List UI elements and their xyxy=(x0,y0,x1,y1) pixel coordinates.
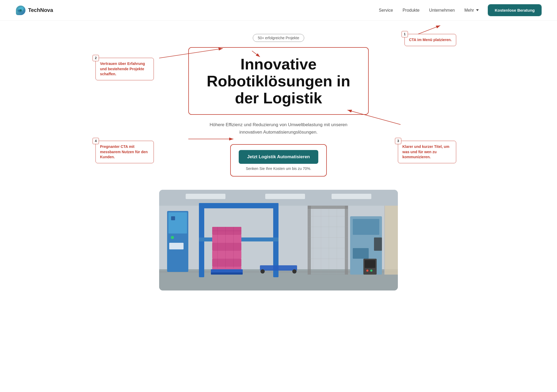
hero-subheadline: Höhere Effizienz und Reduzierung von Umw… xyxy=(210,121,347,135)
svg-rect-28 xyxy=(212,243,241,251)
svg-point-62 xyxy=(366,270,368,272)
annotation-2-text: Vertrauen über Erfahrung und bestehende … xyxy=(100,61,145,76)
svg-rect-14 xyxy=(332,194,371,199)
hero-badge: 50+ erfolgreiche Projekte xyxy=(253,34,304,42)
svg-rect-54 xyxy=(374,237,382,251)
svg-point-2 xyxy=(20,9,22,11)
svg-point-63 xyxy=(370,270,372,272)
annotation-3-number: 3 xyxy=(395,138,401,144)
logo-svg xyxy=(16,6,25,15)
svg-rect-19 xyxy=(171,216,175,220)
factory-illustration xyxy=(159,190,398,290)
svg-rect-61 xyxy=(365,260,375,268)
svg-rect-18 xyxy=(168,212,187,234)
annotation-1-text: CTA im Menü platzieren. xyxy=(409,38,452,42)
svg-rect-37 xyxy=(211,272,243,275)
nav-mehr[interactable]: Mehr xyxy=(464,8,479,13)
badge-area: 50+ erfolgreiche Projekte xyxy=(253,34,304,42)
factory-svg xyxy=(159,190,398,290)
svg-rect-23 xyxy=(199,203,278,208)
annotation-2-number: 2 xyxy=(93,55,99,61)
brand-name: TechNova xyxy=(28,7,53,13)
cta-box: Jetzt Logistik Automatisieren Senken Sie… xyxy=(230,144,327,177)
svg-point-59 xyxy=(292,269,297,274)
annotation-1-number: 1 xyxy=(402,31,408,37)
svg-rect-53 xyxy=(353,248,369,259)
chevron-down-icon xyxy=(476,9,479,11)
hero-content: 50+ erfolgreiche Projekte Innovative Rob… xyxy=(109,34,448,179)
svg-rect-29 xyxy=(212,251,241,259)
svg-rect-57 xyxy=(260,265,297,271)
annotation-4-number: 4 xyxy=(93,138,99,144)
annotation-4: 4 Pregnanter CTA mit messbarem Nutzen fü… xyxy=(95,141,154,163)
svg-rect-13 xyxy=(265,194,305,199)
nav-service[interactable]: Service xyxy=(379,8,393,13)
hero-headline: Innovative Robotiklösungen in der Logist… xyxy=(199,56,358,106)
svg-rect-38 xyxy=(308,206,311,275)
headline-box: Innovative Robotiklösungen in der Logist… xyxy=(188,47,369,115)
cta-sub-text: Senken Sie Ihre Kosten um bis zu 70%. xyxy=(239,166,318,171)
annotation-4-text: Pregnanter CTA mit messbarem Nutzen für … xyxy=(100,144,148,159)
svg-rect-55 xyxy=(385,206,398,275)
svg-rect-39 xyxy=(345,206,348,275)
nav-links: Service Produkte Unternehmen Mehr Kosten… xyxy=(379,5,541,16)
logo[interactable]: TechNova xyxy=(16,6,53,15)
annotation-3: 3 Klarer und kurzer Titel, um was und fü… xyxy=(398,141,456,163)
navbar: TechNova Service Produkte Unternehmen Me… xyxy=(0,0,557,21)
hero-cta-button[interactable]: Jetzt Logistik Automatisieren xyxy=(239,150,318,164)
hero-section: 1 CTA im Menü platzieren. 2 Vertrauen üb… xyxy=(93,21,464,190)
nav-cta-button[interactable]: Kostenlose Beratung xyxy=(488,5,541,16)
svg-rect-12 xyxy=(186,194,225,199)
annotation-1: 1 CTA im Menü platzieren. xyxy=(404,34,456,46)
svg-rect-30 xyxy=(212,259,241,267)
nav-produkte[interactable]: Produkte xyxy=(403,8,420,13)
factory-image-section xyxy=(159,190,398,290)
svg-point-20 xyxy=(171,236,174,239)
annotation-2: 2 Vertrauen über Erfahrung und bestehend… xyxy=(95,58,154,80)
logo-icon xyxy=(16,6,25,15)
svg-rect-40 xyxy=(308,206,348,209)
nav-unternehmen[interactable]: Unternehmen xyxy=(429,8,455,13)
svg-point-58 xyxy=(260,269,265,274)
svg-rect-52 xyxy=(353,219,379,235)
annotation-3-text: Klarer und kurzer Titel, um was und für … xyxy=(402,144,449,159)
svg-rect-21 xyxy=(169,243,184,249)
svg-rect-27 xyxy=(212,235,241,243)
